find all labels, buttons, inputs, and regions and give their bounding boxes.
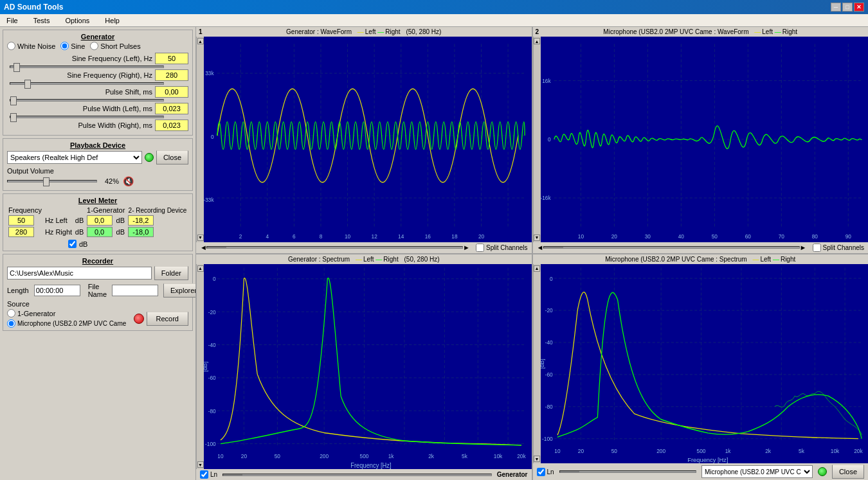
- pulse-width-left-slider[interactable]: [10, 116, 164, 118]
- chart1-split-checkbox[interactable]: [476, 244, 484, 252]
- svg-text:20: 20: [611, 233, 617, 239]
- svg-text:-80: -80: [545, 403, 552, 409]
- svg-text:Frequency [Hz]: Frequency [Hz]: [687, 456, 728, 463]
- folder-button[interactable]: Folder: [154, 266, 188, 280]
- chart-microphone-spectrum: Microphone (USB2.0 2MP UVC Came : Spectr…: [533, 254, 869, 481]
- spectrum-right-path: [221, 278, 521, 445]
- chart2-scroll-up[interactable]: ▲: [534, 38, 540, 44]
- folder-path-input[interactable]: [7, 267, 152, 280]
- menu-tests[interactable]: Tests: [30, 15, 54, 26]
- rec-left-input[interactable]: [128, 215, 154, 226]
- hz-right-label: Hz Right: [44, 226, 74, 238]
- sine-freq-left-slider[interactable]: [10, 66, 164, 68]
- pulse-width-right-input[interactable]: 0,023: [155, 120, 188, 131]
- filename-input[interactable]: [112, 285, 158, 296]
- chart1-scroll-up[interactable]: ▲: [197, 38, 204, 44]
- freq-header: Frequency: [7, 206, 44, 215]
- sine-freq-right-slider[interactable]: [10, 82, 164, 85]
- gen-left-input[interactable]: [87, 215, 113, 226]
- freq-right-input[interactable]: [8, 227, 34, 237]
- svg-text:5k: 5k: [462, 453, 467, 459]
- freq-left-input[interactable]: [8, 215, 34, 226]
- chart1-params: (50, 280 Hz): [406, 28, 441, 35]
- playback-close-button[interactable]: Close: [156, 150, 188, 164]
- chart1-footer: ◄ ► Split Channels: [196, 242, 532, 253]
- pulse-shift-input[interactable]: 0,00: [155, 86, 188, 98]
- svg-text:10: 10: [217, 453, 223, 459]
- sine-freq-left-slider-row: [7, 66, 188, 68]
- menu-file[interactable]: File: [3, 15, 22, 26]
- svg-text:200: 200: [656, 447, 665, 454]
- rec-right-input[interactable]: [128, 227, 154, 237]
- chart3-scroll-up[interactable]: ▲: [197, 265, 204, 272]
- pulse-width-left-input[interactable]: 0,023: [155, 103, 188, 114]
- minimize-button[interactable]: ─: [831, 3, 841, 12]
- mic-device-select[interactable]: Microphone (USB2.0 2MP UVC C: [701, 465, 813, 478]
- db2-label-2: dB: [115, 226, 127, 238]
- chart3-scroll-down[interactable]: ▼: [197, 461, 204, 468]
- chart4-legend-left: Left: [760, 256, 771, 263]
- chart4-close-button[interactable]: Close: [832, 465, 864, 479]
- source-generator[interactable]: 1-Generator: [7, 309, 126, 317]
- db-label-2: dB: [74, 226, 86, 238]
- menu-help[interactable]: Help: [101, 15, 123, 26]
- length-input[interactable]: [34, 285, 80, 296]
- volume-slider[interactable]: [7, 180, 97, 182]
- chart4-scroll-down[interactable]: ▼: [534, 456, 540, 462]
- mode-white-noise[interactable]: White Noise: [7, 42, 55, 50]
- svg-text:10k: 10k: [494, 453, 503, 459]
- chart2-hscroll-right[interactable]: ►: [800, 244, 806, 251]
- svg-text:40: 40: [678, 233, 683, 239]
- chart4-ln-checkbox[interactable]: [537, 468, 545, 476]
- chart4-svg: 0 -20 -40 -60 -80 -100 [dB] 10 20 50 200: [541, 264, 869, 464]
- sine-freq-right-thumb[interactable]: [24, 80, 31, 89]
- mode-sine[interactable]: Sine: [60, 42, 85, 50]
- svg-text:2: 2: [239, 233, 242, 239]
- record-button[interactable]: Record: [147, 312, 188, 326]
- chart1-scroll-down[interactable]: ▼: [197, 235, 204, 241]
- pulse-shift-thumb[interactable]: [10, 96, 17, 105]
- chart2-waveform-with-scroll: ▲ ▼: [533, 37, 869, 242]
- sine-freq-right-input[interactable]: 280: [155, 69, 188, 81]
- svg-text:20k: 20k: [517, 453, 526, 459]
- chart2-scroll-down[interactable]: ▼: [534, 235, 540, 241]
- db-checkbox[interactable]: [68, 240, 77, 248]
- svg-text:-60: -60: [208, 374, 216, 380]
- chart2-legend-left: Left: [762, 28, 773, 35]
- svg-text:-33k: -33k: [204, 196, 214, 202]
- chart1-hscroll-right[interactable]: ►: [463, 244, 469, 251]
- chart2-hscroll-left[interactable]: ◄: [537, 244, 543, 251]
- filename-label: File Name: [88, 283, 107, 298]
- svg-text:-16k: -16k: [541, 195, 551, 201]
- explorer-button[interactable]: Explorer: [163, 283, 196, 298]
- close-button[interactable]: ✕: [854, 3, 864, 12]
- mode-short-pulses[interactable]: Short Pulses: [90, 42, 140, 50]
- app-title: AD Sound Tools: [4, 3, 63, 12]
- chart4-title: Microphone (USB2.0 2MP UVC Came : Spectr…: [605, 256, 746, 263]
- source-microphone[interactable]: Microphone (USB2.0 2MP UVC Came: [7, 319, 126, 328]
- db-label-1: dB: [74, 215, 86, 226]
- sine-freq-left-thumb[interactable]: [14, 63, 20, 72]
- chart2-split-checkbox[interactable]: [813, 244, 821, 252]
- volume-thumb[interactable]: [43, 177, 50, 186]
- chart2-footer: ◄ ► Split Channels: [533, 242, 869, 253]
- maximize-button[interactable]: □: [842, 3, 853, 12]
- chart3-title: Generator : Spectrum: [288, 256, 350, 263]
- svg-text:[dB]: [dB]: [204, 361, 208, 371]
- playback-device-select[interactable]: Speakers (Realtek High Def: [7, 151, 142, 164]
- chart3-with-scroll: ▲ ▼: [196, 264, 532, 470]
- svg-text:-20: -20: [208, 308, 216, 315]
- pulse-shift-row: Pulse Shift, ms 0,00: [7, 86, 188, 98]
- gen-right-input[interactable]: [87, 227, 113, 237]
- chart1-hscroll-left[interactable]: ◄: [200, 244, 206, 251]
- pulse-shift-slider[interactable]: [10, 99, 164, 102]
- chart4-canvas: 0 -20 -40 -60 -80 -100 [dB] 10 20 50 200: [541, 264, 869, 464]
- chart3-vscroll: ▲ ▼: [196, 264, 204, 470]
- sine-freq-left-input[interactable]: 50: [155, 53, 188, 64]
- playback-section: Playback Device Speakers (Realtek High D…: [3, 138, 193, 191]
- pulse-width-left-thumb[interactable]: [10, 113, 17, 122]
- chart4-scroll-up[interactable]: ▲: [534, 265, 540, 272]
- menu-options[interactable]: Options: [61, 15, 93, 26]
- chart3-ln-checkbox[interactable]: [200, 470, 208, 479]
- chart1-svg: 33k 0 -33k 2 4 6 8 10 12 14 16: [204, 37, 532, 242]
